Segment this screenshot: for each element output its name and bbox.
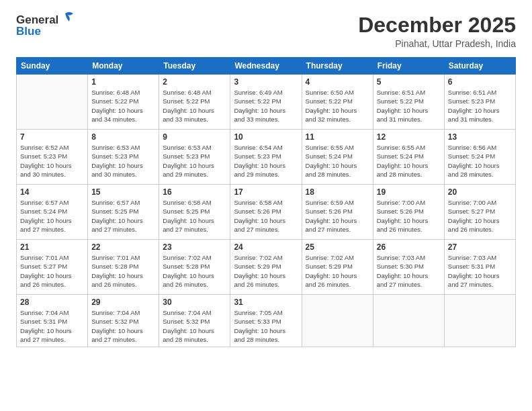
- table-row: 25Sunrise: 7:02 AM Sunset: 5:29 PM Dayli…: [302, 240, 373, 295]
- day-number: 10: [234, 132, 298, 142]
- table-row: 14Sunrise: 6:57 AM Sunset: 5:24 PM Dayli…: [17, 185, 88, 240]
- day-info: Sunrise: 6:53 AM Sunset: 5:23 PM Dayligh…: [163, 143, 226, 179]
- header-wednesday: Wednesday: [230, 58, 302, 75]
- day-number: 12: [377, 132, 441, 142]
- day-number: 27: [448, 242, 512, 252]
- day-number: 9: [163, 132, 226, 142]
- table-row: 27Sunrise: 7:03 AM Sunset: 5:31 PM Dayli…: [444, 240, 515, 295]
- table-row: 12Sunrise: 6:55 AM Sunset: 5:24 PM Dayli…: [373, 130, 444, 185]
- day-number: 22: [91, 242, 155, 252]
- logo-bird-icon: [60, 11, 73, 27]
- table-row: 7Sunrise: 6:52 AM Sunset: 5:23 PM Daylig…: [17, 130, 88, 185]
- day-number: 17: [234, 187, 298, 197]
- day-info: Sunrise: 6:58 AM Sunset: 5:26 PM Dayligh…: [234, 198, 298, 234]
- day-number: 20: [448, 187, 512, 197]
- table-row: 21Sunrise: 7:01 AM Sunset: 5:27 PM Dayli…: [17, 240, 88, 295]
- header-monday: Monday: [88, 58, 159, 75]
- day-info: Sunrise: 6:52 AM Sunset: 5:23 PM Dayligh…: [20, 143, 84, 179]
- day-number: 2: [163, 77, 226, 87]
- day-number: 3: [234, 77, 298, 87]
- table-row: 3Sunrise: 6:49 AM Sunset: 5:22 PM Daylig…: [230, 75, 302, 130]
- day-info: Sunrise: 7:04 AM Sunset: 5:31 PM Dayligh…: [20, 308, 84, 344]
- day-number: 11: [306, 132, 369, 142]
- location-subtitle: Pinahat, Uttar Pradesh, India: [358, 38, 516, 49]
- day-number: 19: [377, 187, 441, 197]
- day-number: 8: [91, 132, 155, 142]
- weekday-header-row: Sunday Monday Tuesday Wednesday Thursday…: [17, 58, 516, 75]
- table-row: 2Sunrise: 6:48 AM Sunset: 5:22 PM Daylig…: [159, 75, 230, 130]
- table-row: 15Sunrise: 6:57 AM Sunset: 5:25 PM Dayli…: [88, 185, 159, 240]
- day-info: Sunrise: 6:49 AM Sunset: 5:22 PM Dayligh…: [234, 88, 298, 124]
- day-number: 18: [306, 187, 369, 197]
- table-row: 13Sunrise: 6:56 AM Sunset: 5:24 PM Dayli…: [444, 130, 515, 185]
- day-info: Sunrise: 7:05 AM Sunset: 5:33 PM Dayligh…: [234, 308, 298, 344]
- day-info: Sunrise: 6:51 AM Sunset: 5:22 PM Dayligh…: [377, 88, 441, 124]
- header-thursday: Thursday: [302, 58, 373, 75]
- logo: General Blue: [16, 13, 73, 38]
- day-info: Sunrise: 6:51 AM Sunset: 5:23 PM Dayligh…: [448, 88, 512, 124]
- table-row: 11Sunrise: 6:55 AM Sunset: 5:24 PM Dayli…: [302, 130, 373, 185]
- day-number: 28: [20, 298, 84, 307]
- day-info: Sunrise: 6:50 AM Sunset: 5:22 PM Dayligh…: [306, 88, 369, 124]
- day-info: Sunrise: 6:55 AM Sunset: 5:24 PM Dayligh…: [306, 143, 369, 179]
- day-number: 29: [91, 298, 155, 307]
- table-row: 23Sunrise: 7:02 AM Sunset: 5:28 PM Dayli…: [159, 240, 230, 295]
- table-row: [444, 295, 515, 347]
- header-sunday: Sunday: [17, 58, 88, 75]
- day-number: 21: [20, 242, 84, 252]
- table-row: 9Sunrise: 6:53 AM Sunset: 5:23 PM Daylig…: [159, 130, 230, 185]
- day-number: 16: [163, 187, 226, 197]
- table-row: 10Sunrise: 6:54 AM Sunset: 5:23 PM Dayli…: [230, 130, 302, 185]
- table-row: 1Sunrise: 6:48 AM Sunset: 5:22 PM Daylig…: [88, 75, 159, 130]
- day-number: 14: [20, 187, 84, 197]
- day-number: 13: [448, 132, 512, 142]
- day-number: 30: [163, 298, 226, 307]
- day-info: Sunrise: 7:01 AM Sunset: 5:28 PM Dayligh…: [91, 253, 155, 289]
- day-info: Sunrise: 6:58 AM Sunset: 5:25 PM Dayligh…: [163, 198, 226, 234]
- table-row: 31Sunrise: 7:05 AM Sunset: 5:33 PM Dayli…: [230, 295, 302, 347]
- day-number: 26: [377, 242, 441, 252]
- table-row: 4Sunrise: 6:50 AM Sunset: 5:22 PM Daylig…: [302, 75, 373, 130]
- day-info: Sunrise: 7:02 AM Sunset: 5:29 PM Dayligh…: [234, 253, 298, 289]
- table-row: 28Sunrise: 7:04 AM Sunset: 5:31 PM Dayli…: [17, 295, 88, 347]
- table-row: [302, 295, 373, 347]
- page-header: General Blue December 2025 Pinahat, Utta…: [16, 13, 516, 49]
- day-info: Sunrise: 7:01 AM Sunset: 5:27 PM Dayligh…: [20, 253, 84, 289]
- day-info: Sunrise: 7:02 AM Sunset: 5:28 PM Dayligh…: [163, 253, 226, 289]
- logo-text-blue: Blue: [16, 26, 73, 38]
- day-info: Sunrise: 6:55 AM Sunset: 5:24 PM Dayligh…: [377, 143, 441, 179]
- month-title: December 2025: [358, 13, 516, 37]
- day-info: Sunrise: 6:59 AM Sunset: 5:26 PM Dayligh…: [306, 198, 369, 234]
- table-row: 8Sunrise: 6:53 AM Sunset: 5:23 PM Daylig…: [88, 130, 159, 185]
- table-row: 19Sunrise: 7:00 AM Sunset: 5:26 PM Dayli…: [373, 185, 444, 240]
- day-number: 23: [163, 242, 226, 252]
- day-number: 31: [234, 298, 298, 307]
- table-row: 30Sunrise: 7:04 AM Sunset: 5:32 PM Dayli…: [159, 295, 230, 347]
- day-info: Sunrise: 7:03 AM Sunset: 5:30 PM Dayligh…: [377, 253, 441, 289]
- table-row: 5Sunrise: 6:51 AM Sunset: 5:22 PM Daylig…: [373, 75, 444, 130]
- header-friday: Friday: [373, 58, 444, 75]
- day-number: 7: [20, 132, 84, 142]
- day-info: Sunrise: 7:00 AM Sunset: 5:27 PM Dayligh…: [448, 198, 512, 234]
- day-number: 5: [377, 77, 441, 87]
- title-block: December 2025 Pinahat, Uttar Pradesh, In…: [358, 13, 516, 49]
- day-number: 1: [91, 77, 155, 87]
- day-info: Sunrise: 6:57 AM Sunset: 5:24 PM Dayligh…: [20, 198, 84, 234]
- day-info: Sunrise: 7:00 AM Sunset: 5:26 PM Dayligh…: [377, 198, 441, 234]
- table-row: 29Sunrise: 7:04 AM Sunset: 5:32 PM Dayli…: [88, 295, 159, 347]
- day-number: 24: [234, 242, 298, 252]
- day-info: Sunrise: 6:48 AM Sunset: 5:22 PM Dayligh…: [163, 88, 226, 124]
- day-info: Sunrise: 6:53 AM Sunset: 5:23 PM Dayligh…: [91, 143, 155, 179]
- table-row: 17Sunrise: 6:58 AM Sunset: 5:26 PM Dayli…: [230, 185, 302, 240]
- day-number: 15: [91, 187, 155, 197]
- calendar-table: Sunday Monday Tuesday Wednesday Thursday…: [16, 57, 516, 347]
- day-info: Sunrise: 6:54 AM Sunset: 5:23 PM Dayligh…: [234, 143, 298, 179]
- day-info: Sunrise: 7:04 AM Sunset: 5:32 PM Dayligh…: [91, 308, 155, 344]
- day-info: Sunrise: 7:02 AM Sunset: 5:29 PM Dayligh…: [306, 253, 369, 289]
- table-row: 26Sunrise: 7:03 AM Sunset: 5:30 PM Dayli…: [373, 240, 444, 295]
- table-row: 20Sunrise: 7:00 AM Sunset: 5:27 PM Dayli…: [444, 185, 515, 240]
- day-number: 6: [448, 77, 512, 87]
- table-row: [373, 295, 444, 347]
- day-info: Sunrise: 6:48 AM Sunset: 5:22 PM Dayligh…: [91, 88, 155, 124]
- table-row: 16Sunrise: 6:58 AM Sunset: 5:25 PM Dayli…: [159, 185, 230, 240]
